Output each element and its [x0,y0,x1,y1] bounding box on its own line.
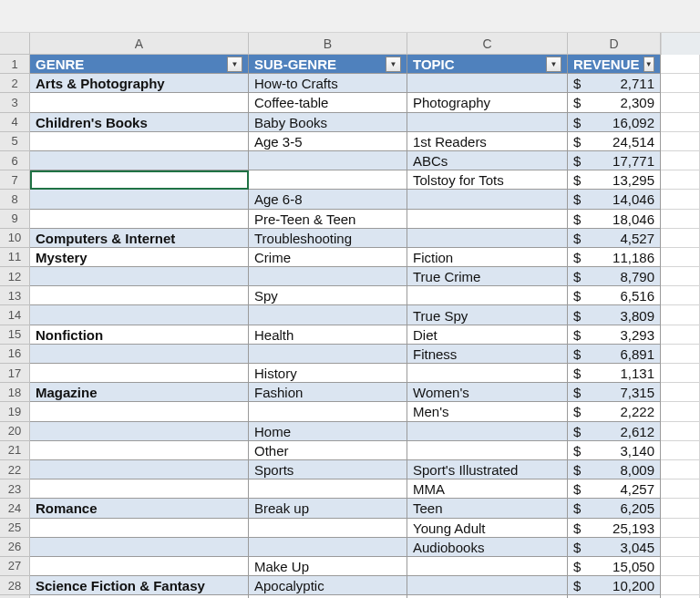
cell-genre[interactable] [30,422,249,441]
cell-topic[interactable] [407,113,568,132]
row-header-12[interactable]: 12 [0,267,30,286]
cell-genre[interactable] [30,286,249,305]
cell-topic[interactable]: Sport's Illustrated [407,460,568,479]
cell-genre[interactable] [30,305,249,325]
row-header-3[interactable]: 3 [0,93,30,112]
cell-topic[interactable]: Tolstoy for Tots [407,170,568,190]
cell-subgenre[interactable]: Sports [249,460,407,479]
cell-revenue[interactable]: $6,891 [568,345,661,364]
row-header-23[interactable]: 23 [0,479,30,499]
cell-revenue[interactable]: $3,045 [568,538,661,557]
cell-subgenre[interactable] [249,267,407,286]
cell-revenue[interactable]: $1,131 [568,364,661,383]
cell-revenue[interactable]: $16,092 [568,113,661,132]
cell-topic[interactable]: Men's [407,402,568,421]
row-header-9[interactable]: 9 [0,210,30,229]
cell-topic[interactable]: Teen [407,499,568,518]
cell-genre[interactable]: Computers & Internet [30,229,249,248]
cell-revenue[interactable]: $2,222 [568,402,661,421]
cell-subgenre[interactable]: Apocalyptic [249,576,407,595]
cell-subgenre[interactable]: Other [249,441,407,460]
cell-topic[interactable] [407,364,568,383]
cell-revenue[interactable]: $4,527 [568,229,661,248]
cell-topic[interactable]: Diet [407,325,568,345]
cell-subgenre[interactable]: Make Up [249,557,407,576]
cell-subgenre[interactable]: Age 6-8 [249,190,407,209]
cell-subgenre[interactable]: Health [249,325,407,345]
cell-subgenre[interactable]: Age 3-5 [249,132,407,151]
cell-genre[interactable] [30,132,249,151]
cell-topic[interactable] [407,190,568,209]
cell-genre[interactable] [30,441,249,460]
cell-topic[interactable] [407,576,568,595]
cell-topic[interactable] [407,74,568,93]
cell-genre[interactable]: Science Fiction & Fantasy [30,576,249,595]
select-all-corner[interactable] [0,33,30,55]
row-header-27[interactable]: 27 [0,557,30,576]
cell-subgenre[interactable]: Crime [249,248,407,267]
cell-subgenre[interactable] [249,479,407,499]
cell-topic[interactable]: Young Adult [407,519,568,538]
cell-topic[interactable] [407,210,568,229]
filter-button-subgenre[interactable]: ▼ [386,57,401,72]
cell-topic[interactable]: Fiction [407,248,568,267]
row-header-20[interactable]: 20 [0,422,30,441]
cell-genre[interactable] [30,170,249,190]
header-cell-revenue[interactable]: REVENUE ▼ [568,55,661,74]
cell-genre[interactable] [30,402,249,421]
row-header-28[interactable]: 28 [0,576,30,595]
row-header-22[interactable]: 22 [0,460,30,479]
filter-button-genre[interactable]: ▼ [227,57,242,72]
cell-genre[interactable] [30,519,249,538]
cell-revenue[interactable]: $4,257 [568,479,661,499]
cell-revenue[interactable]: $8,790 [568,267,661,286]
cell-topic[interactable]: Photography [407,93,568,112]
row-header-10[interactable]: 10 [0,229,30,248]
cell-subgenre[interactable] [249,305,407,325]
cell-genre[interactable] [30,93,249,112]
row-header-17[interactable]: 17 [0,364,30,383]
cell-topic[interactable] [407,557,568,576]
cell-revenue[interactable]: $8,009 [568,460,661,479]
cell-topic[interactable]: True Spy [407,305,568,325]
cell-genre[interactable]: Children's Books [30,113,249,132]
cell-genre[interactable] [30,267,249,286]
row-header-15[interactable]: 15 [0,325,30,345]
row-header-18[interactable]: 18 [0,383,30,402]
cell-subgenre[interactable] [249,170,407,190]
cell-revenue[interactable]: $18,046 [568,210,661,229]
cell-subgenre[interactable]: How-to Crafts [249,74,407,93]
cell-subgenre[interactable]: Coffee-table [249,93,407,112]
cell-topic[interactable]: MMA [407,479,568,499]
header-cell-genre[interactable]: GENRE ▼ [30,55,249,74]
cell-topic[interactable]: Fitness [407,345,568,364]
cell-revenue[interactable]: $14,046 [568,190,661,209]
cell-subgenre[interactable]: Baby Books [249,113,407,132]
cell-subgenre[interactable] [249,519,407,538]
cell-topic[interactable] [407,441,568,460]
cell-revenue[interactable]: $17,771 [568,151,661,170]
cell-topic[interactable]: Audiobooks [407,538,568,557]
cell-topic[interactable]: Women's [407,383,568,402]
row-header-19[interactable]: 19 [0,402,30,421]
col-header-a[interactable]: A [30,33,249,55]
cell-revenue[interactable]: $13,295 [568,170,661,190]
row-header-7[interactable]: 7 [0,170,30,190]
col-header-d[interactable]: D [568,33,661,55]
row-header-11[interactable]: 11 [0,248,30,267]
cell-subgenre[interactable]: Pre-Teen & Teen [249,210,407,229]
cell-revenue[interactable]: $2,309 [568,93,661,112]
cell-genre[interactable] [30,538,249,557]
cell-revenue[interactable]: $24,514 [568,132,661,151]
cell-revenue[interactable]: $3,140 [568,441,661,460]
cell-revenue[interactable]: $6,205 [568,499,661,518]
header-cell-subgenre[interactable]: SUB-GENRE ▼ [249,55,407,74]
cell-genre[interactable] [30,151,249,170]
cell-revenue[interactable]: $2,612 [568,422,661,441]
cell-genre[interactable] [30,479,249,499]
cell-subgenre[interactable] [249,402,407,421]
cell-genre[interactable]: Romance [30,499,249,518]
cell-subgenre[interactable]: Fashion [249,383,407,402]
cell-revenue[interactable]: $11,186 [568,248,661,267]
cell-revenue[interactable]: $7,315 [568,383,661,402]
